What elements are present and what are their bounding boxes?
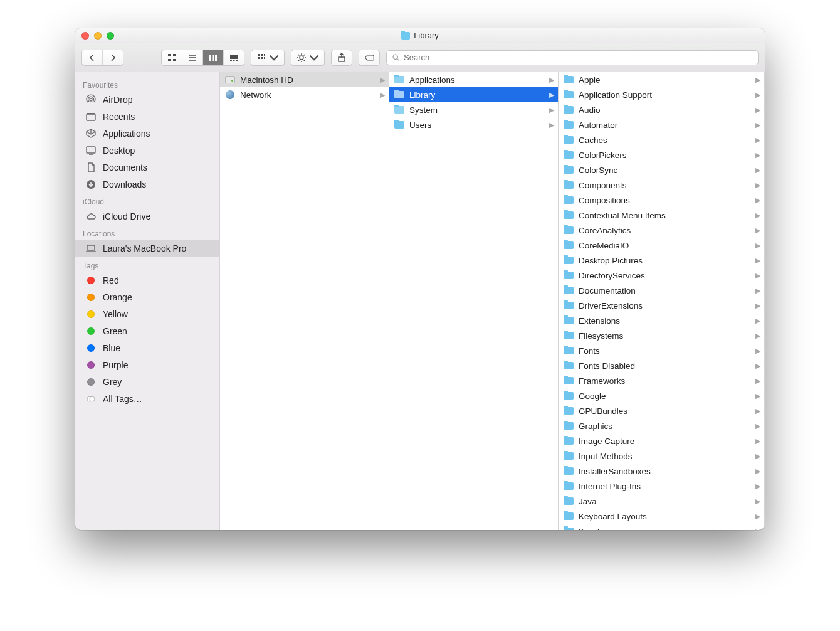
arrange-button[interactable] xyxy=(251,50,284,65)
sidebar-item-purple[interactable]: Purple xyxy=(75,356,219,373)
sidebar-item-orange[interactable]: Orange xyxy=(75,289,219,305)
sidebar-item-recents[interactable]: Recents xyxy=(75,108,219,125)
file-row[interactable]: Library▶ xyxy=(389,87,558,102)
file-row[interactable]: Fonts Disabled▶ xyxy=(559,358,764,373)
file-row[interactable]: ColorSync▶ xyxy=(559,162,764,178)
disclosure-arrow-icon: ▶ xyxy=(755,106,760,114)
file-row[interactable]: Extensions▶ xyxy=(559,313,764,328)
folder-icon xyxy=(564,226,574,234)
file-label: Filesystems xyxy=(579,331,623,341)
file-row[interactable]: Macintosh HD▶ xyxy=(220,72,389,87)
file-label: InstallerSandboxes xyxy=(579,467,651,476)
tag-icon xyxy=(85,275,97,286)
column-view-button[interactable] xyxy=(203,50,224,65)
sidebar-item-downloads[interactable]: Downloads xyxy=(75,176,219,193)
file-row[interactable]: Google▶ xyxy=(559,388,764,403)
list-view-button[interactable] xyxy=(182,50,203,65)
folder-icon xyxy=(564,512,574,520)
sidebar-item-desktop[interactable]: Desktop xyxy=(75,142,219,159)
file-row[interactable]: Desktop Pictures▶ xyxy=(559,253,764,268)
svg-rect-4 xyxy=(209,55,211,61)
file-row[interactable]: Java▶ xyxy=(559,494,764,509)
action-group xyxy=(291,50,325,66)
window-title-text: Library xyxy=(414,31,439,40)
file-label: Image Capture xyxy=(579,437,634,446)
file-row[interactable]: GPUBundles▶ xyxy=(559,403,764,418)
action-button[interactable] xyxy=(291,50,324,65)
disclosure-arrow-icon: ▶ xyxy=(755,121,760,129)
file-row[interactable]: Internet Plug-Ins▶ xyxy=(559,479,764,494)
back-button[interactable] xyxy=(82,50,103,65)
file-label: Library xyxy=(409,90,435,100)
file-row[interactable]: Keychains▶ xyxy=(559,524,764,530)
sidebar-item-applications[interactable]: Applications xyxy=(75,125,219,142)
sidebar-item-label: Purple xyxy=(103,360,128,370)
file-row[interactable]: DirectoryServices▶ xyxy=(559,268,764,283)
file-row[interactable]: CoreAnalytics▶ xyxy=(559,223,764,238)
forward-button[interactable] xyxy=(103,50,123,65)
file-row[interactable]: Applications▶ xyxy=(389,72,558,87)
file-label: Fonts Disabled xyxy=(579,361,635,371)
recents-icon xyxy=(85,111,97,122)
file-row[interactable]: InstallerSandboxes▶ xyxy=(559,464,764,479)
file-row[interactable]: Filesystems▶ xyxy=(559,328,764,343)
file-row[interactable]: Input Methods▶ xyxy=(559,448,764,464)
file-row[interactable]: Users▶ xyxy=(389,117,558,132)
sidebar-item-all-tags-[interactable]: All Tags… xyxy=(75,390,219,407)
svg-rect-5 xyxy=(213,55,214,61)
file-row[interactable]: Components▶ xyxy=(559,178,764,193)
folder-icon xyxy=(564,211,574,219)
disclosure-arrow-icon: ▶ xyxy=(380,91,385,99)
file-row[interactable]: Graphics▶ xyxy=(559,418,764,433)
arrange-group xyxy=(251,50,285,66)
sidebar-item-red[interactable]: Red xyxy=(75,272,219,289)
folder-icon xyxy=(564,528,574,530)
icon-view-button[interactable] xyxy=(162,50,182,65)
search-input[interactable] xyxy=(404,53,753,62)
file-row[interactable]: ColorPickers▶ xyxy=(559,147,764,162)
sidebar-item-documents[interactable]: Documents xyxy=(75,159,219,176)
disclosure-arrow-icon: ▶ xyxy=(755,347,760,355)
disclosure-arrow-icon: ▶ xyxy=(755,528,760,531)
file-row[interactable]: Documentation▶ xyxy=(559,283,764,298)
file-row[interactable]: Network▶ xyxy=(220,87,389,102)
folder-icon xyxy=(564,241,574,249)
share-button[interactable] xyxy=(332,50,352,65)
sidebar-item-blue[interactable]: Blue xyxy=(75,339,219,356)
disclosure-arrow-icon: ▶ xyxy=(755,91,760,99)
file-row[interactable]: System▶ xyxy=(389,102,558,117)
file-row[interactable]: Application Support▶ xyxy=(559,87,764,102)
sidebar-item-laura-s-macbook-pro[interactable]: Laura's MacBook Pro xyxy=(75,240,219,257)
sidebar-header: Favourites xyxy=(75,76,219,91)
columns-icon xyxy=(208,53,218,63)
sidebar-item-airdrop[interactable]: AirDrop xyxy=(75,91,219,108)
svg-rect-16 xyxy=(264,57,265,59)
file-row[interactable]: CoreMediaIO▶ xyxy=(559,238,764,253)
sidebar-item-icloud-drive[interactable]: iCloud Drive xyxy=(75,208,219,225)
sidebar-item-label: Desktop xyxy=(103,146,135,156)
file-row[interactable]: Image Capture▶ xyxy=(559,433,764,448)
file-row[interactable]: DriverExtensions▶ xyxy=(559,298,764,313)
sidebar-item-label: iCloud Drive xyxy=(103,211,150,221)
file-row[interactable]: Automator▶ xyxy=(559,117,764,132)
disclosure-arrow-icon: ▶ xyxy=(755,437,760,445)
edit-tags-button[interactable] xyxy=(359,50,379,65)
file-row[interactable]: Frameworks▶ xyxy=(559,373,764,388)
sidebar-item-grey[interactable]: Grey xyxy=(75,373,219,390)
gallery-view-button[interactable] xyxy=(224,50,244,65)
file-label: Caches xyxy=(579,135,607,145)
svg-rect-25 xyxy=(87,245,95,250)
file-row[interactable]: Keyboard Layouts▶ xyxy=(559,509,764,524)
sidebar-item-yellow[interactable]: Yellow xyxy=(75,305,219,322)
file-row[interactable]: Caches▶ xyxy=(559,132,764,147)
tag-icon xyxy=(85,309,97,320)
folder-icon xyxy=(394,121,404,129)
file-row[interactable]: Contextual Menu Items▶ xyxy=(559,208,764,223)
file-row[interactable]: Fonts▶ xyxy=(559,343,764,358)
file-row[interactable]: Apple▶ xyxy=(559,72,764,87)
sidebar-item-green[interactable]: Green xyxy=(75,322,219,339)
file-row[interactable]: Audio▶ xyxy=(559,102,764,117)
file-label: Frameworks xyxy=(579,376,625,386)
file-row[interactable]: Compositions▶ xyxy=(559,193,764,208)
search-field[interactable] xyxy=(386,50,759,65)
